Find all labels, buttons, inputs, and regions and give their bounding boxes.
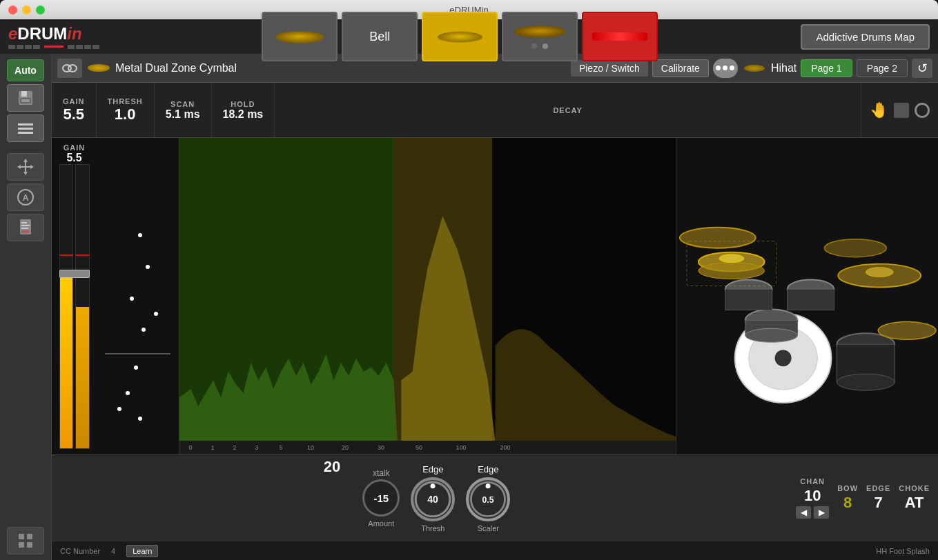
thresh-dots bbox=[97, 138, 179, 454]
addictive-drums-map-button[interactable]: Addictive Drums Map bbox=[801, 24, 930, 50]
maximize-button[interactable] bbox=[36, 6, 45, 14]
edge-block: EDGE 7 bbox=[866, 484, 890, 512]
logo-dot bbox=[17, 45, 23, 49]
hihat-bell bbox=[719, 254, 744, 263]
pad-button-4[interactable] bbox=[502, 12, 578, 61]
channel-section: CHAN 10 ◀ ▶ BOW 8 EDGE 7 bbox=[796, 477, 930, 519]
chan-prev-button[interactable]: ◀ bbox=[796, 506, 811, 519]
sidebar-btn-6[interactable] bbox=[7, 527, 44, 554]
auto-button[interactable]: Auto bbox=[7, 59, 44, 81]
sidebar-btn-5[interactable]: PDF bbox=[7, 214, 44, 241]
svg-text:PDF: PDF bbox=[21, 230, 30, 234]
thresh-dot-9 bbox=[154, 312, 158, 316]
chan-next-button[interactable]: ▶ bbox=[814, 506, 829, 519]
drum-kit-svg bbox=[676, 138, 938, 454]
hand-icon: 🤚 bbox=[870, 101, 888, 119]
content-area: Auto bbox=[0, 54, 938, 560]
window-controls[interactable] bbox=[8, 6, 45, 14]
menu-icon bbox=[16, 121, 35, 136]
cc-number-value: 4 bbox=[111, 547, 115, 555]
top-section: e DRUM in bbox=[0, 19, 938, 54]
logo-controls bbox=[8, 45, 99, 49]
pad-button-1[interactable] bbox=[262, 12, 338, 61]
decay-curve-fill bbox=[496, 329, 676, 441]
scaler-knob[interactable]: 0.5 bbox=[466, 477, 510, 521]
score-display: 20 bbox=[324, 455, 340, 476]
score-value: 20 bbox=[324, 458, 340, 475]
meter-slider-handle[interactable] bbox=[59, 270, 90, 278]
scan-waveform-fill bbox=[179, 354, 398, 441]
thresh-dot-2 bbox=[130, 297, 134, 301]
tom-2-body bbox=[788, 290, 834, 310]
hold-spike-fill bbox=[401, 216, 495, 441]
thresh-area bbox=[97, 138, 179, 454]
thresh-dot-6 bbox=[146, 265, 150, 269]
thresh-dot-8 bbox=[138, 417, 142, 421]
pdf-icon: PDF bbox=[16, 218, 35, 237]
choke-value: AT bbox=[905, 494, 924, 512]
calibrate-button[interactable]: Calibrate bbox=[652, 59, 709, 77]
logo-area: e DRUM in bbox=[8, 24, 119, 49]
floor-tom-bottom bbox=[837, 374, 895, 390]
scaler-knob-section: Edge 0.5 Scaler bbox=[466, 464, 510, 532]
drum-kit-area bbox=[676, 138, 938, 454]
left-sidebar: Auto bbox=[0, 54, 52, 560]
page1-button[interactable]: Page 1 bbox=[801, 59, 852, 77]
pad-button-3[interactable] bbox=[422, 12, 498, 61]
scaler-knob-top-label: Edge bbox=[478, 464, 498, 474]
edge-ch-label: EDGE bbox=[866, 484, 890, 492]
hihat-bottom bbox=[698, 263, 765, 279]
main-panel: Metal Dual Zone Cymbal Piezo / Switch Ca… bbox=[52, 54, 938, 560]
dot2 bbox=[723, 66, 727, 70]
arrows-icon bbox=[16, 157, 35, 177]
logo-dot bbox=[33, 45, 40, 49]
logo: e DRUM in bbox=[8, 24, 82, 43]
circle-a-icon: A bbox=[16, 188, 35, 207]
svg-point-31 bbox=[486, 483, 491, 488]
thresh-dot-7 bbox=[117, 407, 121, 411]
close-button[interactable] bbox=[8, 6, 17, 14]
xtalk-label: xtalk bbox=[373, 468, 390, 478]
scale-100: 100 bbox=[439, 444, 483, 451]
scale-5: 5 bbox=[268, 444, 294, 451]
pad-dot-1 bbox=[531, 43, 537, 49]
pad-thumb bbox=[86, 59, 111, 78]
zone-thumb bbox=[742, 59, 767, 78]
svg-rect-16 bbox=[21, 222, 27, 223]
scale-1: 1 bbox=[202, 444, 224, 451]
hold-value: 18.2 ms bbox=[223, 108, 264, 121]
minimize-button[interactable] bbox=[22, 6, 31, 14]
thresh-knob[interactable]: 40 bbox=[411, 477, 455, 521]
thresh-dot-3 bbox=[141, 328, 146, 332]
refresh-button[interactable]: ↺ bbox=[912, 59, 932, 78]
sidebar-btn-1[interactable] bbox=[7, 84, 44, 112]
logo-dot bbox=[25, 45, 32, 49]
svg-rect-3 bbox=[21, 99, 30, 102]
svg-rect-4 bbox=[18, 123, 33, 126]
ride-bell bbox=[866, 268, 893, 277]
learn-button[interactable]: Learn bbox=[126, 545, 158, 557]
scale-0: 0 bbox=[179, 444, 202, 451]
xtalk-amount-knob[interactable]: -15 bbox=[362, 479, 400, 517]
splash-cymbal bbox=[824, 239, 886, 257]
link-icon-svg bbox=[61, 62, 78, 74]
logo-e: e bbox=[8, 24, 17, 43]
pad-button-2[interactable]: Bell bbox=[342, 12, 418, 61]
link-button[interactable] bbox=[57, 59, 82, 78]
sidebar-btn-3[interactable] bbox=[7, 153, 44, 181]
meter-container bbox=[59, 164, 90, 449]
svg-text:0.5: 0.5 bbox=[482, 495, 494, 505]
logo-red-bar bbox=[44, 46, 63, 48]
gain-meter: GAIN 5.5 bbox=[52, 138, 97, 454]
thresh-dot-5 bbox=[126, 391, 130, 395]
crash-left bbox=[680, 228, 756, 248]
pad-button-5[interactable] bbox=[582, 12, 658, 61]
sidebar-btn-2[interactable] bbox=[7, 114, 44, 142]
pad-dot-2 bbox=[543, 43, 548, 49]
dots-button[interactable] bbox=[713, 59, 738, 78]
gain-label: GAIN bbox=[63, 97, 85, 106]
page2-button[interactable]: Page 2 bbox=[857, 59, 908, 77]
sidebar-btn-4[interactable]: A bbox=[7, 183, 44, 211]
svg-rect-20 bbox=[19, 534, 24, 539]
logo-dot bbox=[8, 45, 15, 49]
